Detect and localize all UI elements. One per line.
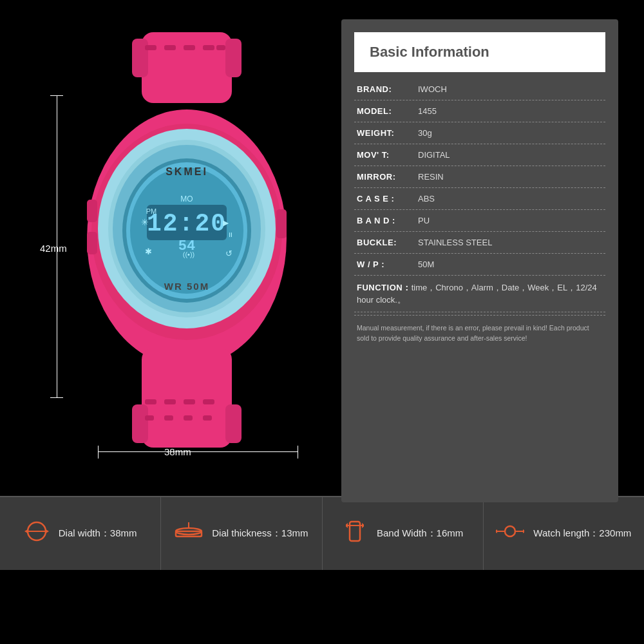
info-table: BRAND:IWOCHMODEL:1455WEIGHT:30gMOV' T:DI… [341, 72, 618, 353]
svg-marker-59 [523, 529, 524, 533]
info-note: Manual measurement, if there is an error… [354, 315, 605, 346]
svg-rect-35 [184, 399, 195, 404]
info-key: BRAND: [357, 84, 418, 94]
dial-thickness-icon [175, 522, 203, 545]
svg-rect-0 [142, 32, 232, 103]
spec-watch-length-label: Watch length：230mm [533, 527, 631, 540]
spec-dial-width: Dial width：38mm [0, 497, 161, 570]
info-panel: Basic Information BRAND:IWOCHMODEL:1455W… [341, 19, 618, 502]
info-val: RESIN [418, 172, 603, 182]
info-row: B A N D :PU [354, 210, 605, 232]
info-key: MODEL: [357, 106, 418, 116]
specs-bar: Dial width：38mm Dial thickness：13mm Band… [0, 496, 644, 570]
info-val: IWOCH [418, 84, 603, 94]
svg-text:✳: ✳ [141, 217, 149, 227]
svg-marker-45 [24, 529, 28, 533]
info-val: DIGITAL [418, 150, 603, 160]
spec-watch-length: Watch length：230mm [484, 497, 644, 570]
info-val: ABS [418, 194, 603, 204]
info-row: BRAND:IWOCH [354, 79, 605, 100]
svg-rect-40 [164, 415, 173, 421]
svg-rect-3 [145, 45, 156, 50]
svg-rect-36 [203, 399, 214, 404]
info-key: MIRROR: [357, 172, 418, 182]
info-key: W / P : [357, 260, 418, 269]
info-row: MIRROR:RESIN [354, 166, 605, 188]
watch-area: 42mm 38mm [0, 0, 341, 496]
svg-rect-31 [276, 209, 287, 238]
svg-text:SKMEI: SKMEI [166, 166, 208, 177]
watch-image: 12:20 PM MO 54 ✳ ▶ ⏸ ✱ ((•)) ↺ [71, 32, 303, 451]
svg-rect-51 [350, 522, 360, 541]
info-header: Basic Information [354, 32, 605, 72]
spec-band-width: Band Width：16mm [323, 497, 484, 570]
info-title: Basic Information [370, 44, 590, 61]
info-val: 30g [418, 128, 603, 138]
svg-rect-32 [142, 348, 232, 448]
svg-rect-38 [225, 404, 242, 443]
watch-length-icon [496, 521, 524, 546]
svg-rect-6 [203, 45, 214, 50]
info-row: WEIGHT:30g [354, 122, 605, 144]
svg-point-55 [505, 526, 515, 536]
info-val: 1455 [418, 106, 603, 116]
info-key: B A N D : [357, 216, 418, 225]
info-row: BUCKLE:STAINLESS STEEL [354, 232, 605, 254]
svg-text:((•)): ((•)) [183, 251, 195, 258]
svg-rect-29 [87, 200, 97, 222]
info-row: W / P :50M [354, 254, 605, 276]
info-row: MODEL:1455 [354, 100, 605, 122]
svg-text:↺: ↺ [225, 249, 232, 258]
info-val: PU [418, 216, 603, 225]
spec-band-width-label: Band Width：16mm [377, 527, 463, 540]
svg-rect-42 [203, 415, 212, 421]
spec-dial-width-label: Dial width：38mm [59, 527, 137, 540]
spec-dial-thickness: Dial thickness：13mm [161, 497, 322, 570]
svg-rect-34 [164, 399, 176, 404]
svg-text:MO: MO [180, 194, 193, 204]
dimension-height-label: 42mm [40, 243, 67, 254]
svg-rect-30 [87, 232, 97, 254]
svg-text:12:20: 12:20 [147, 210, 227, 238]
svg-rect-37 [132, 404, 148, 443]
info-row: MOV' T:DIGITAL [354, 144, 605, 166]
svg-marker-58 [496, 529, 497, 533]
info-key: MOV' T: [357, 150, 418, 160]
dimension-tick-bottom [50, 397, 63, 398]
band-width-icon [342, 519, 368, 548]
svg-text:WR 50M: WR 50M [164, 281, 209, 292]
svg-text:▶: ▶ [223, 218, 229, 227]
main-area: 42mm 38mm [0, 0, 644, 496]
function-key: FUNCTION： [357, 283, 412, 292]
svg-rect-41 [184, 415, 193, 421]
svg-rect-4 [164, 45, 176, 50]
svg-text:PM: PM [146, 207, 157, 215]
info-function-row: FUNCTION：time，Chrono，Alarm，Date，Week，EL，… [354, 276, 605, 312]
dimension-tick-top [50, 95, 63, 96]
info-key: WEIGHT: [357, 128, 418, 138]
svg-text:⏸: ⏸ [227, 231, 234, 238]
spec-dial-thickness-label: Dial thickness：13mm [212, 527, 308, 540]
svg-rect-5 [184, 45, 195, 50]
svg-marker-53 [362, 523, 364, 528]
svg-marker-52 [346, 523, 348, 528]
info-row: C A S E :ABS [354, 188, 605, 210]
info-val: 50M [418, 260, 603, 269]
svg-rect-39 [145, 415, 154, 421]
svg-rect-2 [225, 39, 242, 77]
svg-text:✱: ✱ [145, 247, 152, 256]
info-key: BUCKLE: [357, 238, 418, 247]
svg-marker-46 [46, 529, 49, 533]
dial-width-icon [24, 519, 50, 548]
svg-rect-33 [145, 399, 156, 404]
info-val: STAINLESS STEEL [418, 238, 603, 247]
svg-rect-1 [132, 39, 148, 77]
dimension-line-horizontal [98, 451, 298, 452]
info-key: C A S E : [357, 194, 418, 204]
svg-rect-7 [216, 45, 225, 50]
